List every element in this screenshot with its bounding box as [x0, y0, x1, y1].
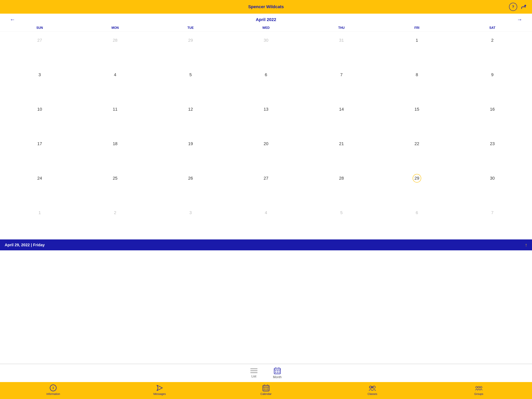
svg-rect-12 — [277, 372, 278, 373]
svg-rect-24 — [264, 389, 265, 390]
share-icon — [521, 4, 526, 10]
nav-label-information: Information — [46, 392, 60, 395]
view-switcher-wrapper: List Month — [0, 364, 532, 382]
calendar-day-23[interactable]: 23 — [455, 136, 530, 170]
calendar-day-28-other: 28 — [77, 32, 153, 67]
nav-item-calendar[interactable]: Calendar — [213, 384, 319, 395]
day-header-wed: WED — [228, 24, 304, 32]
nav-item-groups[interactable]: Groups — [426, 384, 532, 395]
calendar-day-22[interactable]: 22 — [379, 136, 455, 170]
calendar-day-4-other: 4 — [228, 205, 304, 239]
nav-label-messages: Messages — [153, 392, 166, 395]
calendar-day-21[interactable]: 21 — [304, 136, 379, 170]
calendar-day-11[interactable]: 11 — [77, 102, 153, 136]
calendar-day-5[interactable]: 5 — [153, 67, 228, 102]
svg-point-33 — [478, 386, 480, 388]
calendar-day-2-other: 2 — [77, 205, 153, 239]
next-month-button[interactable]: → — [513, 17, 526, 23]
calendar-day-30[interactable]: 30 — [455, 170, 530, 205]
calendar-day-6-other: 6 — [379, 205, 455, 239]
messages-icon — [156, 384, 163, 391]
help-button[interactable]: ? — [509, 3, 517, 11]
selected-date-text: April 29, 2022 | Friday — [5, 243, 45, 247]
calendar-icon — [262, 384, 270, 391]
nav-label-calendar: Calendar — [260, 392, 272, 395]
day-header-sun: SUN — [2, 24, 77, 32]
svg-rect-22 — [266, 388, 266, 388]
day-header-sat: SAT — [455, 24, 530, 32]
prev-month-button[interactable]: ← — [6, 17, 19, 23]
calendar-day-6[interactable]: 6 — [228, 67, 304, 102]
svg-point-34 — [480, 386, 482, 388]
header-icons: ? — [509, 3, 526, 11]
day-header-tue: TUE — [153, 24, 228, 32]
svg-rect-8 — [275, 371, 276, 371]
share-button[interactable] — [521, 4, 526, 10]
calendar-day-31-other: 31 — [304, 32, 379, 67]
groups-icon — [475, 384, 482, 391]
month-view-option[interactable]: Month — [273, 367, 282, 379]
calendar-day-19[interactable]: 19 — [153, 136, 228, 170]
calendar-day-26[interactable]: 26 — [153, 170, 228, 205]
day-header-thu: THU — [304, 24, 379, 32]
svg-rect-25 — [266, 389, 266, 390]
calendar-day-4[interactable]: 4 — [77, 67, 153, 102]
top-header: Spencer Wildcats ? — [0, 0, 532, 14]
svg-rect-23 — [267, 388, 268, 388]
list-view-label: List — [251, 375, 256, 378]
calendar-day-7-other: 7 — [455, 205, 530, 239]
calendar-day-14[interactable]: 14 — [304, 102, 379, 136]
bottom-nav: i Information Messages Calendar — [0, 382, 532, 399]
day-header-mon: MON — [77, 24, 153, 32]
main-content — [0, 250, 532, 364]
calendar-day-10[interactable]: 10 — [2, 102, 77, 136]
calendar-day-3[interactable]: 3 — [2, 67, 77, 102]
list-icon — [250, 368, 257, 373]
calendar-day-28[interactable]: 28 — [304, 170, 379, 205]
month-calendar-icon — [274, 367, 281, 374]
nav-item-information[interactable]: i Information — [0, 384, 106, 395]
app-title: Spencer Wildcats — [248, 4, 284, 9]
calendar-day-29-other: 29 — [153, 32, 228, 67]
nav-item-classes[interactable]: © @ Classes — [319, 384, 425, 395]
calendar-grid: 2728293031123456789101112131415161718192… — [0, 32, 532, 239]
calendar-day-13[interactable]: 13 — [228, 102, 304, 136]
selected-date-bar: April 29, 2022 | Friday ↑ — [0, 239, 532, 250]
calendar-day-3-other: 3 — [153, 205, 228, 239]
calendar-day-2[interactable]: 2 — [455, 32, 530, 67]
calendar-day-18[interactable]: 18 — [77, 136, 153, 170]
calendar-day-17[interactable]: 17 — [2, 136, 77, 170]
svg-rect-13 — [279, 372, 279, 373]
calendar-day-8[interactable]: 8 — [379, 67, 455, 102]
svg-point-32 — [475, 386, 477, 388]
help-icon: ? — [512, 5, 514, 9]
calendar-days-header: SUN MON TUE WED THU FRI SAT — [0, 24, 532, 32]
information-icon: i — [50, 384, 57, 391]
svg-rect-21 — [264, 388, 265, 388]
svg-rect-11 — [275, 372, 276, 373]
calendar-day-25[interactable]: 25 — [77, 170, 153, 205]
classes-icon: © @ — [369, 384, 376, 391]
calendar-day-27[interactable]: 27 — [228, 170, 304, 205]
svg-marker-16 — [157, 385, 162, 391]
list-view-option[interactable]: List — [250, 368, 257, 378]
calendar-day-9[interactable]: 9 — [455, 67, 530, 102]
nav-item-messages[interactable]: Messages — [106, 384, 213, 395]
calendar-day-15[interactable]: 15 — [379, 102, 455, 136]
calendar-day-12[interactable]: 12 — [153, 102, 228, 136]
month-view-label: Month — [273, 375, 282, 379]
calendar-day-24[interactable]: 24 — [2, 170, 77, 205]
calendar-day-30-other: 30 — [228, 32, 304, 67]
nav-label-classes: Classes — [368, 392, 377, 395]
svg-text:©: © — [370, 386, 371, 388]
calendar-day-16[interactable]: 16 — [455, 102, 530, 136]
svg-rect-10 — [279, 371, 279, 371]
calendar-day-1[interactable]: 1 — [379, 32, 455, 67]
calendar-day-1-other: 1 — [2, 205, 77, 239]
calendar-day-7[interactable]: 7 — [304, 67, 379, 102]
calendar-day-20[interactable]: 20 — [228, 136, 304, 170]
svg-text:@: @ — [372, 386, 373, 388]
calendar-day-29[interactable]: 29 — [379, 170, 455, 205]
collapse-arrow-icon[interactable]: ↑ — [525, 242, 527, 248]
calendar-day-27-other: 27 — [2, 32, 77, 67]
